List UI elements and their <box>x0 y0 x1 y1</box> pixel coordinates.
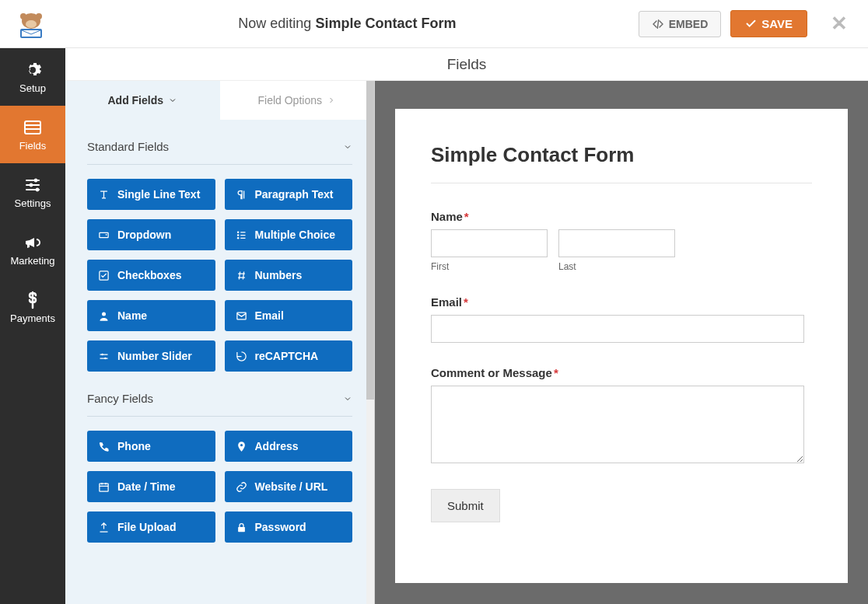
field-name[interactable]: Name* First Last <box>431 210 812 272</box>
add-field-recaptcha[interactable]: reCAPTCHA <box>225 340 353 372</box>
message-textarea[interactable] <box>431 386 804 463</box>
form-title: Simple Contact Form <box>431 143 812 183</box>
chevron-down-icon <box>343 394 352 403</box>
text-icon <box>98 189 110 201</box>
group-header-fancy-fields[interactable]: Fancy Fields <box>87 372 352 416</box>
last-name-input[interactable] <box>558 229 675 257</box>
embed-button[interactable]: EMBED <box>639 11 722 37</box>
field-message[interactable]: Comment or Message* <box>431 366 812 466</box>
phone-icon <box>98 441 110 452</box>
check-icon <box>745 18 757 30</box>
pin-icon <box>236 441 247 452</box>
chevron-down-icon <box>343 142 352 152</box>
nav-item-payments[interactable]: Payments <box>0 278 65 336</box>
add-field-address[interactable]: Address <box>225 431 353 462</box>
nav-item-marketing[interactable]: Marketing <box>0 221 65 278</box>
editing-prefix: Now editing <box>238 16 311 31</box>
name-label: Name* <box>431 210 812 223</box>
email-input[interactable] <box>431 315 804 343</box>
page-title: Now editing Simple Contact Form <box>56 16 639 32</box>
scrollbar-thumb[interactable] <box>366 81 374 400</box>
add-field-dropdown[interactable]: Dropdown <box>87 219 215 250</box>
add-field-number-slider[interactable]: Number Slider <box>87 340 215 372</box>
panel-title: Fields <box>65 48 868 81</box>
first-name-input[interactable] <box>431 229 548 257</box>
logo <box>6 5 56 44</box>
close-button[interactable]: ✕ <box>817 12 862 36</box>
bullhorn-icon <box>23 233 42 252</box>
add-field-file-upload[interactable]: File Upload <box>87 511 215 543</box>
code-icon <box>652 18 664 30</box>
dollar-icon <box>23 291 42 309</box>
fields-panel: Add Fields Field Options Standard Fields… <box>65 81 375 604</box>
add-field-email[interactable]: Email <box>225 300 353 331</box>
add-field-name[interactable]: Name <box>87 300 215 331</box>
form-name: Simple Contact Form <box>315 16 456 31</box>
svg-point-20 <box>36 13 42 19</box>
add-field-checkboxes[interactable]: Checkboxes <box>87 260 215 291</box>
last-sublabel: Last <box>558 261 675 272</box>
top-header: Now editing Simple Contact Form EMBED SA… <box>0 0 868 48</box>
email-label: Email* <box>431 295 812 309</box>
recaptcha-icon <box>236 351 247 362</box>
calendar-icon <box>98 481 110 493</box>
add-field-numbers[interactable]: Numbers <box>225 260 353 291</box>
sliders-icon <box>23 176 42 194</box>
group-header-standard-fields[interactable]: Standard Fields <box>87 120 352 164</box>
lock-icon <box>236 522 247 533</box>
nav-item-fields[interactable]: Fields <box>0 106 65 163</box>
first-sublabel: First <box>431 261 548 272</box>
chevron-right-icon <box>327 96 336 105</box>
hash-icon <box>236 270 247 281</box>
add-field-website-url[interactable]: Website / URL <box>225 471 353 502</box>
user-icon <box>98 310 110 322</box>
field-email[interactable]: Email* <box>431 295 812 343</box>
check-icon <box>98 270 110 281</box>
add-field-phone[interactable]: Phone <box>87 431 215 462</box>
tab-field-options[interactable]: Field Options <box>220 81 375 120</box>
nav-item-settings[interactable]: Settings <box>0 163 65 221</box>
gear-icon <box>23 61 42 79</box>
sliders-h-icon <box>98 351 110 362</box>
preview-pane: Simple Contact Form Name* First Last <box>375 81 868 604</box>
add-field-paragraph-text[interactable]: Paragraph Text <box>225 179 353 210</box>
link-icon <box>236 481 247 493</box>
form-preview: Simple Contact Form Name* First Last <box>395 109 848 583</box>
add-field-password[interactable]: Password <box>225 511 353 543</box>
svg-point-21 <box>26 20 37 28</box>
svg-point-19 <box>20 13 26 19</box>
add-field-single-line-text[interactable]: Single Line Text <box>87 179 215 210</box>
mail-icon <box>236 310 247 322</box>
chevron-down-icon <box>168 96 177 105</box>
submit-button[interactable]: Submit <box>431 489 500 522</box>
dropdown-icon <box>98 229 110 241</box>
tab-add-fields[interactable]: Add Fields <box>65 81 220 120</box>
upload-icon <box>98 522 110 533</box>
nav-sidebar: Setup Fields Settings Marketing Payments <box>0 48 65 604</box>
save-button[interactable]: SAVE <box>730 10 807 37</box>
nav-item-setup[interactable]: Setup <box>0 48 65 106</box>
add-field-multiple-choice[interactable]: Multiple Choice <box>225 219 353 250</box>
list-icon <box>23 118 42 137</box>
message-label: Comment or Message* <box>431 366 812 379</box>
paragraph-icon <box>236 189 247 201</box>
add-field-date-time[interactable]: Date / Time <box>87 471 215 502</box>
listul-icon <box>236 229 247 241</box>
